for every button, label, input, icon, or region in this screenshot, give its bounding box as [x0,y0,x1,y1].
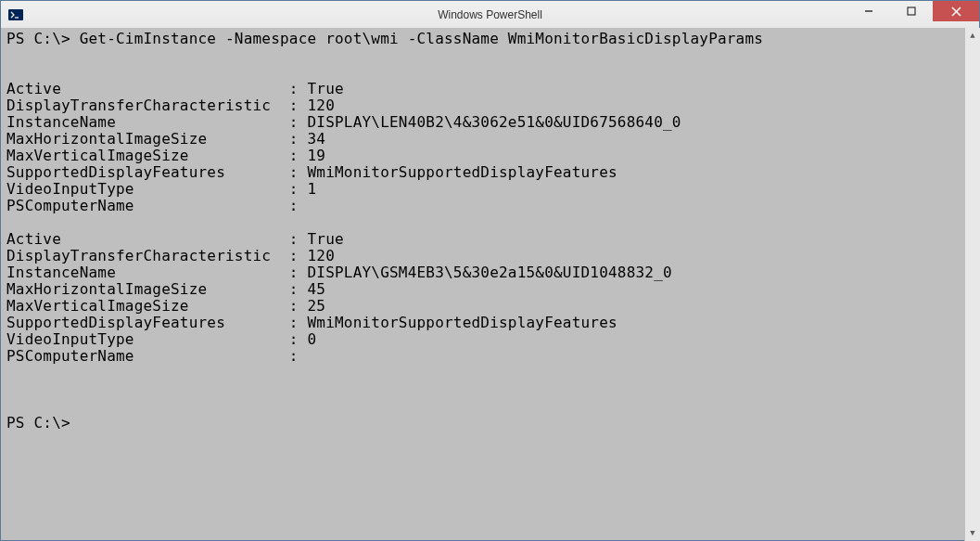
terminal-line [6,365,974,381]
close-button[interactable] [933,1,979,21]
terminal-area[interactable]: PS C:\> Get-CimInstance -Namespace root\… [1,29,979,540]
terminal-line: VideoInputType : 1 [6,181,974,198]
terminal-line: MaxHorizontalImageSize : 45 [6,281,974,298]
terminal-line [6,214,974,231]
window-title: Windows PowerShell [1,8,979,21]
titlebar[interactable]: Windows PowerShell [1,1,979,29]
terminal-line: PSComputerName : [6,348,974,365]
terminal-line: VideoInputType : 0 [6,331,974,348]
terminal-line: Active : True [6,231,974,248]
svg-rect-0 [8,9,23,20]
terminal-line: SupportedDisplayFeatures : WmiMonitorSup… [6,164,974,181]
terminal-line: MaxVerticalImageSize : 19 [6,148,974,164]
terminal-line: PSComputerName : [6,198,974,214]
maximize-button[interactable] [890,1,933,21]
svg-rect-3 [908,7,915,15]
scroll-down-icon[interactable]: ▼ [965,525,980,541]
terminal-line [6,47,974,64]
terminal-line: PS C:\> Get-CimInstance -Namespace root\… [6,31,974,47]
terminal-line: Active : True [6,81,974,97]
terminal-line: SupportedDisplayFeatures : WmiMonitorSup… [6,315,974,331]
terminal-line [6,381,974,398]
terminal-line [6,64,974,81]
terminal-line: MaxHorizontalImageSize : 34 [6,131,974,148]
terminal-line: MaxVerticalImageSize : 25 [6,298,974,315]
scroll-up-icon[interactable]: ▲ [965,28,980,44]
minimize-button[interactable] [847,1,890,21]
terminal-line: InstanceName : DISPLAY\GSM4EB3\5&30e2a15… [6,264,974,281]
terminal-line: DisplayTransferCharacteristic : 120 [6,248,974,264]
terminal-line: InstanceName : DISPLAY\LEN40B2\4&3062e51… [6,114,974,131]
scrollbar[interactable]: ▲ ▼ [964,28,980,541]
powershell-icon [8,7,23,22]
scroll-track[interactable] [965,44,980,525]
terminal-line: DisplayTransferCharacteristic : 120 [6,97,974,114]
window-controls [847,1,979,28]
terminal-line [6,398,974,415]
terminal-line: PS C:\> [6,415,974,432]
powershell-window: Windows PowerShell PS C:\> Get-CimInstan… [0,0,980,541]
